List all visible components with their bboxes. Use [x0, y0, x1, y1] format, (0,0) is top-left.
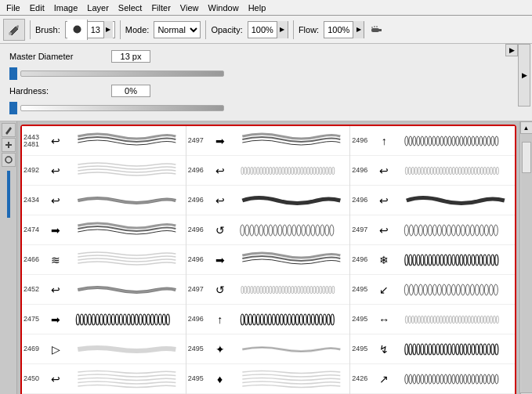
svg-point-184: [468, 136, 471, 146]
brush-item[interactable]: 2452↩: [22, 275, 186, 305]
svg-point-209: [459, 167, 461, 175]
svg-point-356: [468, 374, 471, 384]
flow-arrow[interactable]: ▶: [353, 21, 364, 38]
svg-point-110: [322, 286, 324, 294]
menu-select[interactable]: Select: [114, 2, 147, 14]
svg-point-92: [266, 286, 268, 294]
scroll-up-button[interactable]: ▲: [520, 121, 533, 134]
svg-point-1: [73, 26, 81, 34]
menu-edit[interactable]: Edit: [25, 2, 49, 14]
svg-point-353: [456, 374, 459, 384]
brush-number: 2497: [188, 137, 210, 144]
brush-item[interactable]: 2496↩: [186, 156, 350, 186]
svg-point-250: [436, 255, 440, 266]
left-tool-3[interactable]: [2, 153, 16, 167]
brush-item[interactable]: 2497↩: [350, 215, 515, 245]
brush-icon: ▷: [45, 337, 66, 362]
menu-file[interactable]: File: [2, 2, 25, 14]
diameter-slider-thumb[interactable]: [9, 67, 17, 80]
hardness-slider-thumb[interactable]: [9, 102, 17, 114]
svg-point-222: [405, 225, 409, 236]
left-tool-2[interactable]: [2, 138, 16, 152]
svg-point-258: [468, 255, 471, 266]
svg-point-333: [472, 344, 475, 355]
svg-point-320: [421, 344, 424, 355]
expand-btn-right[interactable]: ▶: [518, 44, 530, 107]
brush-item[interactable]: 2450↩: [22, 364, 186, 394]
brush-icon: ↩: [374, 158, 394, 183]
left-tool-1[interactable]: [2, 123, 16, 137]
brush-icon: ↩: [45, 277, 66, 302]
opacity-arrow[interactable]: ▶: [277, 21, 288, 38]
brush-size-control[interactable]: 13 ▶: [65, 21, 115, 38]
svg-point-39: [256, 167, 259, 175]
menu-help[interactable]: Help: [244, 2, 271, 14]
svg-point-122: [272, 314, 275, 325]
svg-point-109: [319, 286, 321, 294]
svg-point-44: [272, 167, 274, 175]
brush-item[interactable]: 2475➡: [22, 305, 186, 334]
brush-item[interactable]: 2497↺: [186, 275, 350, 305]
brush-number: 2495: [352, 286, 374, 293]
svg-point-304: [462, 316, 465, 324]
brush-item[interactable]: 2495↙: [350, 275, 515, 305]
svg-point-254: [452, 255, 455, 266]
svg-point-226: [424, 225, 428, 236]
brush-item[interactable]: 2466≋: [22, 245, 186, 275]
svg-point-259: [472, 255, 475, 266]
brush-item[interactable]: 2496↑: [186, 305, 350, 334]
brush-item[interactable]: 2496➡: [186, 245, 350, 275]
brush-item[interactable]: 2495♦: [186, 364, 350, 394]
svg-point-137: [331, 314, 334, 325]
brush-tool-icon[interactable]: [3, 19, 25, 41]
brush-item[interactable]: 2496❄: [350, 245, 515, 275]
svg-point-235: [466, 225, 470, 236]
expand-btn-top[interactable]: ▶: [505, 44, 518, 56]
svg-point-45: [275, 167, 277, 175]
menu-view[interactable]: View: [176, 2, 204, 14]
menu-layer[interactable]: Layer: [82, 2, 114, 14]
svg-point-202: [437, 167, 440, 175]
svg-point-302: [456, 316, 458, 324]
menu-image[interactable]: Image: [49, 2, 83, 14]
menu-window[interactable]: Window: [204, 2, 244, 14]
brush-item[interactable]: 2496↩: [186, 186, 350, 215]
scroll-track[interactable]: [521, 134, 532, 392]
svg-point-125: [284, 314, 287, 325]
mode-select[interactable]: Normal Multiply Screen Overlay: [154, 21, 201, 38]
opacity-control[interactable]: 100% ▶: [248, 21, 288, 38]
brush-item[interactable]: 2495↔: [350, 305, 515, 334]
brush-item[interactable]: 2474➡: [22, 215, 186, 245]
brush-item[interactable]: 24432481↩: [22, 126, 186, 156]
airbrush-button[interactable]: [367, 20, 386, 39]
brush-item[interactable]: 2496↩: [350, 156, 515, 186]
brush-item[interactable]: 2492↩: [22, 156, 186, 186]
brush-item[interactable]: 2496↩: [350, 186, 515, 215]
hardness-slider-track[interactable]: [20, 105, 224, 111]
svg-point-43: [269, 167, 271, 175]
svg-point-41: [262, 167, 265, 175]
svg-point-85: [244, 286, 246, 294]
svg-point-218: [487, 167, 490, 175]
scroll-thumb[interactable]: [522, 142, 531, 173]
svg-point-234: [461, 225, 465, 236]
brush-item[interactable]: 2496↺: [186, 215, 350, 245]
brush-item[interactable]: 2497➡: [186, 126, 350, 156]
brush-item[interactable]: 2495✦: [186, 334, 350, 364]
svg-point-77: [301, 225, 305, 236]
brush-item[interactable]: 2426↗: [350, 364, 515, 394]
svg-point-33: [166, 314, 169, 325]
svg-point-52: [297, 167, 299, 175]
brush-preview: [394, 309, 513, 331]
brush-item[interactable]: 2469▷: [22, 334, 186, 364]
diameter-slider-track[interactable]: [20, 70, 224, 77]
brush-item[interactable]: 2495↯: [350, 334, 515, 364]
brush-item[interactable]: 2496↑: [350, 126, 515, 156]
brush-preview: [230, 190, 349, 211]
svg-point-313: [490, 316, 493, 324]
flow-control[interactable]: 100% ▶: [324, 21, 364, 38]
menu-filter[interactable]: Filter: [147, 2, 175, 14]
brush-size-arrow[interactable]: ▶: [103, 21, 113, 38]
brush-item[interactable]: 2434↩: [22, 186, 186, 215]
svg-point-47: [281, 167, 284, 175]
